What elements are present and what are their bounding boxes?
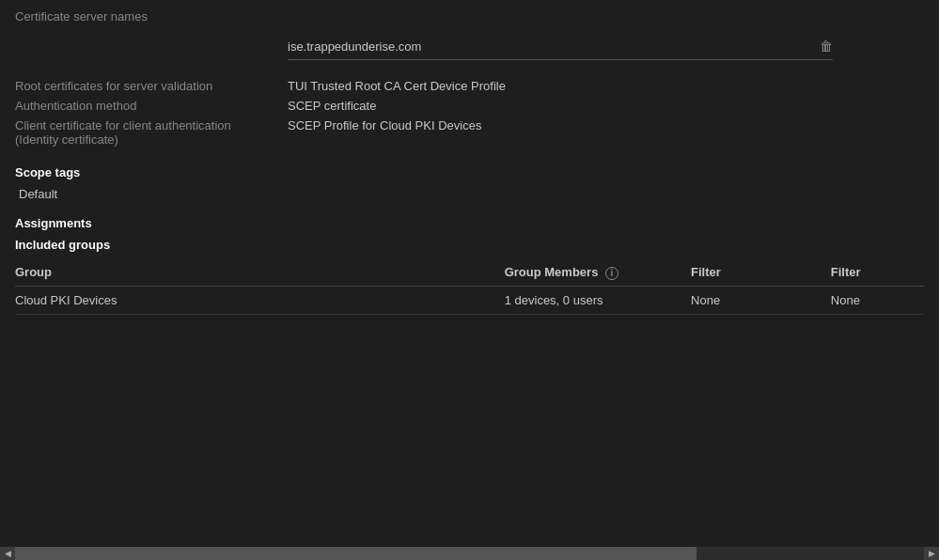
col-header-filter2: Filter: [831, 259, 924, 286]
client-cert-label: Client certificate for client authentica…: [15, 118, 288, 147]
server-name-value: ise.trappedunderise.com: [288, 39, 812, 54]
scrollbar-thumb: [15, 547, 696, 560]
client-cert-value: SCEP Profile for Cloud PKI Devices: [288, 118, 924, 147]
table-header-row: Group Group Members i Filter Filter: [15, 259, 924, 286]
cell-group-members: 1 devices, 0 users: [505, 286, 691, 314]
delete-icon[interactable]: 🗑: [820, 39, 833, 54]
server-name-row: ise.trappedunderise.com 🗑: [288, 33, 833, 60]
scope-tag-value: Default: [15, 187, 924, 201]
included-groups-heading: Included groups: [15, 238, 924, 252]
scope-tags-heading: Scope tags: [15, 165, 924, 179]
cell-group-name: Cloud PKI Devices: [15, 286, 505, 314]
members-info-icon[interactable]: i: [605, 267, 618, 280]
col-header-group: Group: [15, 259, 505, 286]
auth-method-value: SCEP certificate: [288, 99, 924, 113]
scroll-left-arrow[interactable]: ◀: [0, 547, 15, 560]
scroll-right-arrow[interactable]: ▶: [924, 547, 939, 560]
cell-filter1: None: [691, 286, 831, 314]
auth-method-label: Authentication method: [15, 99, 288, 113]
assignments-heading: Assignments: [15, 216, 924, 230]
horizontal-scrollbar[interactable]: ◀ ▶: [0, 547, 939, 560]
col-header-members: Group Members i: [505, 259, 691, 286]
info-grid: Root certificates for server validation …: [15, 79, 924, 147]
groups-table: Group Group Members i Filter Filter Clou…: [15, 259, 924, 315]
col-header-filter1: Filter: [691, 259, 831, 286]
scrollbar-track[interactable]: [15, 547, 924, 560]
cell-filter2: None: [831, 286, 924, 314]
table-row: Cloud PKI Devices 1 devices, 0 users Non…: [15, 286, 924, 314]
root-cert-label: Root certificates for server validation: [15, 79, 288, 93]
root-cert-value: TUI Trusted Root CA Cert Device Profile: [288, 79, 924, 93]
section-title: Certificate server names: [15, 9, 924, 23]
